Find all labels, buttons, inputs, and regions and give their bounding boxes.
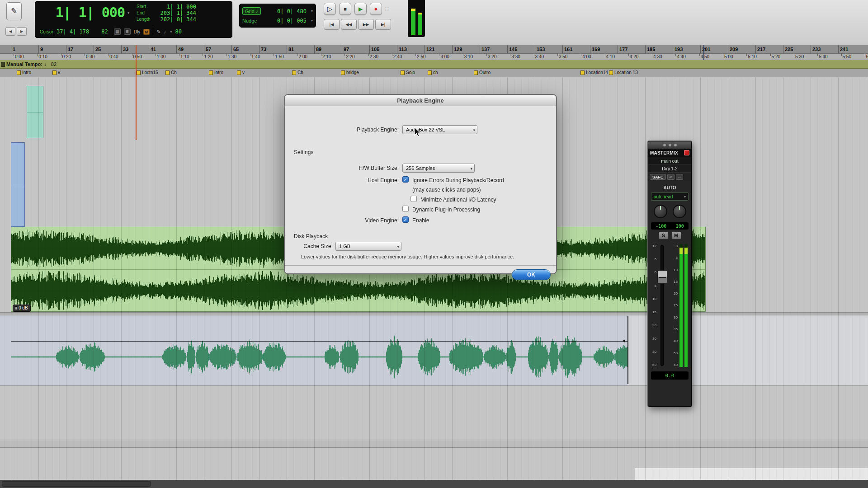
fader-scale-label: 60 (649, 363, 656, 367)
rewind-button[interactable]: ◀◀ (341, 19, 357, 30)
window-dot (674, 144, 677, 146)
horizontal-scrollbar[interactable] (0, 480, 868, 488)
zero-line (27, 112, 43, 113)
settings-header: Settings (294, 149, 313, 155)
fader-thumb[interactable] (657, 270, 667, 284)
minsec-ruler[interactable]: 0:000:100:200:300:400:501:001:101:201:30… (0, 54, 868, 60)
grid-display-icon[interactable]: ▦ (114, 28, 121, 35)
ignore-errors-option: Ignore Errors During Playback/Record (412, 177, 504, 183)
solo-mute-row: S M (648, 230, 691, 241)
marker[interactable]: Intro (17, 70, 31, 75)
dynamic-plugin-checkbox[interactable] (402, 206, 409, 212)
empty-track-row[interactable] (0, 440, 868, 448)
marker[interactable]: Outro (474, 70, 491, 75)
pan-knob-left[interactable] (654, 205, 667, 218)
marker[interactable]: Location14 (580, 70, 608, 75)
note-value-icon[interactable]: ♩ (164, 29, 169, 34)
pan-left-value[interactable]: -100 (656, 224, 666, 229)
chevron-down-icon[interactable]: ▾ (127, 10, 130, 15)
record-enable-button[interactable] (684, 150, 689, 155)
playback-engine-select[interactable]: AudioBox 22 VSL▾ (402, 125, 477, 134)
cache-size-select[interactable]: 1 GB▾ (335, 242, 401, 251)
automation-handle-icon[interactable]: ◀ (622, 338, 625, 343)
fast-forward-button[interactable]: ▶▶ (358, 19, 374, 30)
marker[interactable]: Ch (165, 70, 177, 75)
tempo-ruler[interactable]: Manual Tempo: ♩ 82 (0, 60, 868, 69)
waveform-lane-right (11, 270, 705, 311)
go-to-end-button[interactable]: ▶| (375, 19, 391, 30)
mixer-window-titlebar[interactable] (648, 141, 691, 149)
chevron-down-icon[interactable]: ▾ (311, 19, 313, 23)
marker-icon (580, 70, 585, 75)
midi-merge-button[interactable]: M (143, 29, 150, 35)
grid-value[interactable]: 0| 0| 480 (277, 8, 307, 14)
start-value[interactable]: 1| 1| 000 (167, 4, 196, 10)
marker[interactable]: Solo (401, 70, 415, 75)
solo-button[interactable]: S (659, 231, 669, 239)
grid-mode-button[interactable]: Grid♪ (242, 7, 261, 15)
audio-clip[interactable] (11, 142, 25, 227)
chevron-down-icon: ▾ (684, 195, 686, 199)
marker[interactable]: bridge (341, 70, 359, 75)
dialog-titlebar[interactable]: Playback Engine (285, 95, 556, 106)
waveform-canvas[interactable] (11, 332, 628, 382)
list-display-icon[interactable]: ≣ (124, 28, 131, 35)
marker[interactable]: Loctn15 (137, 70, 158, 75)
track-divider[interactable] (0, 312, 868, 315)
io-selector[interactable]: Digi 1-2 (648, 164, 691, 172)
pan-right-value[interactable]: 100 (676, 224, 684, 229)
marker[interactable]: Location 13 (609, 70, 638, 75)
chevron-down-icon[interactable]: ▾ (170, 30, 172, 34)
length-value[interactable]: 202| 0| 344 (160, 16, 196, 23)
clip-gain-badge[interactable]: 0 dB (13, 305, 31, 312)
markers-ruler[interactable]: IntrovLoctn15ChIntrovChbridgeSolochOutro… (0, 69, 868, 77)
return-to-start-button[interactable]: |◀ (324, 19, 340, 30)
online-button[interactable]: ▷︎ (324, 3, 336, 15)
end-value[interactable]: 203| 1| 344 (160, 10, 196, 16)
stop-button[interactable]: ■ (339, 3, 351, 15)
link-icon[interactable]: ∞ (667, 174, 675, 180)
playback-engine-dialog: Playback Engine Playback Engine: AudioBo… (284, 94, 557, 274)
width-arrows-icon[interactable]: ↔ (676, 174, 683, 180)
marker[interactable]: Ch (292, 70, 303, 75)
chevron-down-icon[interactable]: ▾ (311, 9, 313, 13)
dialog-title: Playback Engine (397, 97, 443, 104)
video-enable-checkbox[interactable]: ✓ (402, 216, 409, 223)
buffer-size-select[interactable]: 256 Samples▾ (402, 164, 475, 173)
volume-automation-line[interactable] (11, 341, 628, 342)
scrollbar-thumb[interactable] (2, 481, 151, 487)
marker[interactable]: ch (428, 70, 438, 75)
marker[interactable]: Intro (209, 70, 223, 75)
mixer-strip-mastermix: MASTERMIX main out Digi 1-2 SAFE ∞ ↔ AUT… (648, 141, 692, 407)
fader-scale-label: 30 (649, 337, 656, 341)
marker[interactable]: v (237, 70, 245, 75)
note-icon: ♪ (256, 9, 258, 14)
length-label: Length (137, 16, 151, 23)
marker-icon (137, 70, 141, 75)
ok-button[interactable]: OK (512, 269, 551, 280)
marker[interactable]: v (52, 70, 60, 75)
automation-mode-select[interactable]: auto read ▾ (651, 192, 689, 201)
pencil-tool-button[interactable]: ✎ (6, 2, 22, 20)
pencil-icon[interactable]: ✎ (156, 29, 160, 35)
meter-scale-label: 5 (672, 256, 678, 260)
pan-knob-right[interactable] (673, 205, 686, 218)
ignore-errors-checkbox[interactable]: ✓ (402, 176, 409, 183)
mute-button[interactable]: M (671, 231, 681, 239)
nav-back-button[interactable]: ◀ (5, 27, 15, 36)
meter-scale-label: 50 (672, 351, 678, 355)
tempo-field[interactable]: 80 (175, 28, 181, 35)
nav-forward-button[interactable]: ▶ (17, 27, 27, 36)
record-button[interactable]: ● (370, 3, 382, 15)
nudge-value[interactable]: 0| 0| 005 (277, 18, 307, 24)
output-path-selector[interactable]: main out (648, 157, 691, 164)
minimize-latency-checkbox[interactable] (410, 196, 417, 202)
play-button[interactable]: ▶ (354, 3, 367, 15)
bars-ruler[interactable]: 1917253341495765738189971051131211291371… (0, 45, 868, 54)
automation-safe-button[interactable]: SAFE (650, 174, 666, 180)
volume-fader[interactable] (660, 245, 664, 366)
track-divider[interactable] (0, 385, 868, 386)
main-counter[interactable]: 1| 1| 000 (38, 2, 125, 22)
audio-clip[interactable] (27, 86, 43, 138)
expand-grid-icon[interactable]: ∷ (385, 6, 389, 12)
